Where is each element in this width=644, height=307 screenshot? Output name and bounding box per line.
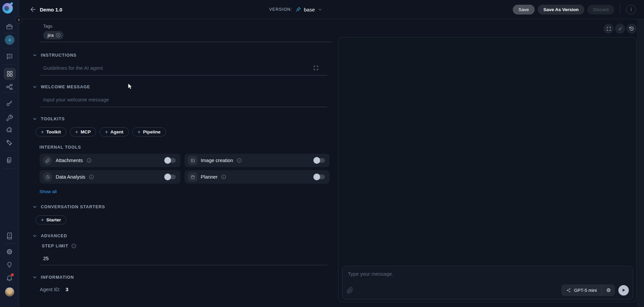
- instructions-input[interactable]: [39, 61, 327, 75]
- section-header-information[interactable]: INFORMATION: [32, 275, 338, 280]
- instructions-field-wrap: [39, 61, 327, 75]
- save-button[interactable]: Save: [513, 5, 535, 14]
- step-limit-field-wrap: [39, 249, 327, 265]
- section-header-toolkits[interactable]: TOOLKITS: [32, 116, 338, 122]
- button-label: Agent: [110, 129, 123, 134]
- gear-icon[interactable]: [5, 248, 13, 256]
- agent-id-row: Agent ID: 3: [39, 287, 338, 292]
- divider: [3, 168, 16, 169]
- tool-name: Data Analysis: [56, 174, 85, 180]
- calendar-icon: [188, 172, 197, 182]
- info-icon[interactable]: [221, 174, 226, 180]
- clean-chat-icon[interactable]: [615, 24, 625, 34]
- book-sparkle-icon[interactable]: [5, 232, 13, 240]
- planner-toggle[interactable]: [313, 174, 325, 180]
- chevron-down-icon: [317, 7, 323, 12]
- divider: [3, 48, 16, 49]
- add-starter-button[interactable]: +Starter: [35, 215, 66, 224]
- tool-card-image-creation: Image creation: [185, 154, 330, 167]
- step-limit-input[interactable]: [39, 249, 327, 265]
- version-value: base: [304, 7, 315, 12]
- user-avatar[interactable]: [5, 287, 14, 297]
- chevron-down-icon: [32, 53, 37, 58]
- lightbulb-icon[interactable]: [5, 261, 13, 269]
- flow-icon[interactable]: [5, 83, 13, 91]
- tag-chip[interactable]: jira: [43, 31, 63, 39]
- send-button[interactable]: [618, 285, 629, 296]
- section-title: CONVERSATION STARTERS: [41, 205, 105, 209]
- model-settings-gear-icon[interactable]: [601, 284, 615, 296]
- chat-input[interactable]: [342, 266, 633, 281]
- tool-name: Image creation: [201, 158, 233, 163]
- version-label: VERSION:: [269, 7, 292, 12]
- page-scrollbar[interactable]: [637, 19, 644, 307]
- page-title: Demo 1.0: [40, 7, 62, 12]
- discard-button[interactable]: Discard: [587, 5, 614, 14]
- model-selector[interactable]: GPT-5 mini: [561, 284, 601, 296]
- agent-id-label: Agent ID:: [40, 287, 60, 292]
- key-icon[interactable]: [5, 99, 13, 108]
- remove-tag-icon[interactable]: [55, 32, 61, 38]
- chat-input-box: GPT-5 mini: [342, 266, 633, 300]
- plus-icon: +: [138, 129, 141, 135]
- sidebar: [0, 0, 19, 307]
- attach-paperclip-icon[interactable]: [346, 286, 355, 295]
- documents-icon[interactable]: [5, 156, 13, 164]
- tags-icon[interactable]: [5, 139, 13, 147]
- expand-icon[interactable]: [313, 65, 319, 71]
- version-selector[interactable]: VERSION: base: [269, 6, 323, 13]
- image-creation-toggle[interactable]: [313, 157, 325, 164]
- fullscreen-icon[interactable]: [604, 24, 614, 34]
- chevron-down-icon: [32, 275, 37, 280]
- add-agent-button[interactable]: +Agent: [100, 127, 129, 136]
- plus-icon: +: [75, 129, 78, 135]
- paperclip-icon: [43, 156, 52, 165]
- info-icon[interactable]: [89, 174, 94, 180]
- notification-dot: [11, 273, 14, 276]
- info-icon[interactable]: [71, 243, 77, 249]
- chevron-down-icon: [32, 204, 37, 210]
- show-all-link[interactable]: Show all: [39, 189, 57, 194]
- briefcase-icon[interactable]: [5, 23, 13, 31]
- plus-icon: +: [105, 129, 108, 135]
- wrench-icon[interactable]: [5, 114, 13, 122]
- button-label: MCP: [81, 129, 91, 134]
- history-icon[interactable]: [626, 24, 637, 34]
- create-plus-icon[interactable]: [5, 35, 15, 45]
- plus-icon: +: [41, 129, 44, 135]
- agent-id-value: 3: [65, 287, 68, 292]
- save-as-version-button[interactable]: Save As Version: [538, 5, 585, 14]
- divider: [3, 92, 16, 92]
- agent-config-panel: Tags jira INSTRUCTIONS WELCOME MESSAGE T…: [19, 19, 338, 307]
- puzzle-icon[interactable]: [5, 126, 13, 134]
- attachments-toggle[interactable]: [164, 157, 176, 164]
- data-analysis-toggle[interactable]: [164, 174, 176, 180]
- tags-field[interactable]: Tags jira: [39, 24, 332, 42]
- grid-icon[interactable]: [4, 68, 16, 80]
- back-button[interactable]: [29, 5, 37, 13]
- info-icon[interactable]: [236, 158, 242, 163]
- chat-icon[interactable]: [5, 53, 13, 61]
- section-header-starters[interactable]: CONVERSATION STARTERS: [32, 204, 338, 210]
- more-menu-button[interactable]: [626, 5, 636, 14]
- welcome-field-wrap: [39, 93, 327, 107]
- add-toolkit-button[interactable]: +Toolkit: [35, 127, 66, 136]
- add-mcp-button[interactable]: +MCP: [70, 127, 96, 136]
- tool-card-attachments: Attachments: [39, 154, 180, 167]
- welcome-input[interactable]: [39, 93, 327, 107]
- tag-chip-label: jira: [48, 33, 54, 38]
- divider: [3, 65, 16, 65]
- tool-card-planner: Planner: [185, 170, 330, 184]
- section-header-welcome[interactable]: WELCOME MESSAGE: [32, 84, 338, 90]
- sidebar-expand-button[interactable]: [15, 16, 23, 24]
- section-title: INSTRUCTIONS: [41, 53, 77, 58]
- bell-icon[interactable]: [5, 274, 13, 282]
- tool-card-data-analysis: Data Analysis: [39, 170, 180, 184]
- section-header-instructions[interactable]: INSTRUCTIONS: [32, 53, 338, 58]
- share-icon: [566, 288, 571, 293]
- info-icon[interactable]: [86, 158, 92, 163]
- section-header-advanced[interactable]: ADVANCED: [32, 233, 338, 239]
- tool-name: Planner: [201, 174, 218, 180]
- add-pipeline-button[interactable]: +Pipeline: [132, 127, 166, 136]
- kebab-icon: [629, 7, 634, 12]
